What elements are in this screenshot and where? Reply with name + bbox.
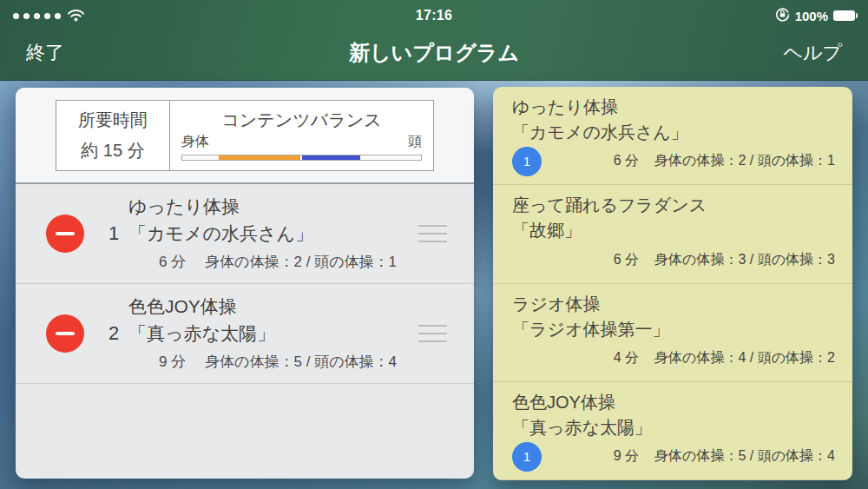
catalog-item-exercise-counts: 身体の体操：3 / 頭の体操：3 [654,251,835,269]
catalog-item-subtitle: 「故郷」 [512,218,835,243]
battery-full-icon [833,10,855,21]
catalog-item-duration: 6 分 [614,152,639,170]
balance-title: コンテンツバランス [181,109,422,132]
battery-percent: 100% [795,9,828,23]
item-exercise-counts: 身体の体操：2 / 頭の体操：1 [205,252,397,272]
catalog-item-duration: 9 分 [614,447,639,466]
balance-head-label: 頭 [408,133,422,151]
balance-body-label: 身体 [181,133,209,151]
remove-item-button[interactable] [46,215,84,253]
balance-bar [181,155,422,161]
exit-button[interactable]: 終了 [26,40,64,66]
catalog-list-item[interactable]: 座って踊れるフラダンス 「故郷」 6 分 身体の体操：3 / 頭の体操：3 [493,185,852,283]
program-list-item[interactable]: 2 色色JOY体操 「真っ赤な太陽」 9 分 身体の体操：5 / 頭の体操：4 [16,284,474,384]
catalog-item-exercise-counts: 身体の体操：2 / 頭の体操：1 [654,152,835,170]
selected-count-badge: 1 [512,147,542,176]
catalog-list-item[interactable]: ラジオ体操 「ラジオ体操第一」 4 分 身体の体操：4 / 頭の体操：2 [493,284,852,382]
catalog-item-title: 座って踊れるフラダンス [512,193,835,218]
reorder-handle-icon[interactable] [418,325,447,342]
catalog-item-title: ゆったり体操 [512,95,835,120]
catalog-list-item[interactable]: ゆったり体操 「カモメの水兵さん」 1 6 分 身体の体操：2 / 頭の体操：1 [493,87,852,185]
item-title: 色色JOY体操 [128,293,474,320]
balance-head-segment [302,155,360,160]
catalog-item-subtitle: 「ラジオ体操第一」 [512,317,835,342]
duration-value: 約 15 分 [81,139,144,162]
item-duration: 6 分 [159,252,186,272]
catalog-item-exercise-counts: 身体の体操：5 / 頭の体操：4 [654,447,835,466]
catalog-item-subtitle: 「カモメの水兵さん」 [512,120,835,145]
program-list: 1 ゆったり体操 「カモメの水兵さん」 6 分 身体の体操：2 / 頭の体操：1… [16,184,474,384]
selected-count-badge: 1 [512,442,542,472]
top-bar: 17:16 100% 終了 新しいプログラム ヘルプ [0,0,868,81]
catalog-item-exercise-counts: 身体の体操：4 / 頭の体操：2 [654,349,835,367]
clock: 17:16 [0,8,868,23]
catalog-item-duration: 6 分 [614,251,639,269]
remove-item-button[interactable] [46,314,84,353]
item-order-number: 2 [98,322,129,345]
program-panel: 所要時間 約 15 分 コンテンツバランス 身体 頭 1 [16,88,474,479]
program-list-item[interactable]: 1 ゆったり体操 「カモメの水兵さん」 6 分 身体の体操：2 / 頭の体操：1 [16,184,474,284]
catalog-item-title: 色色JOY体操 [512,390,835,415]
navigation-bar: 終了 新しいプログラム ヘルプ [0,26,868,80]
page-title: 新しいプログラム [0,39,868,67]
item-exercise-counts: 身体の体操：5 / 頭の体操：4 [205,352,397,372]
status-bar: 17:16 100% [0,0,868,26]
item-duration: 9 分 [159,352,186,372]
catalog-item-title: ラジオ体操 [512,292,835,317]
catalog-list-item[interactable]: 色色JOY体操 「真っ赤な太陽」 1 9 分 身体の体操：5 / 頭の体操：4 [493,382,852,480]
program-summary: 所要時間 約 15 分 コンテンツバランス 身体 頭 [16,88,474,184]
orientation-lock-icon [775,7,790,24]
summary-box: 所要時間 約 15 分 コンテンツバランス 身体 頭 [56,100,434,171]
balance-body-segment [219,155,300,160]
catalog-item-subtitle: 「真っ赤な太陽」 [512,415,835,440]
item-title: ゆったり体操 [128,193,474,220]
catalog-panel: ゆったり体操 「カモメの水兵さん」 1 6 分 身体の体操：2 / 頭の体操：1… [493,87,852,480]
catalog-item-duration: 4 分 [614,349,639,367]
duration-label: 所要時間 [78,109,148,132]
item-order-number: 1 [98,222,129,245]
help-button[interactable]: ヘルプ [783,40,842,66]
reorder-handle-icon[interactable] [418,225,447,242]
